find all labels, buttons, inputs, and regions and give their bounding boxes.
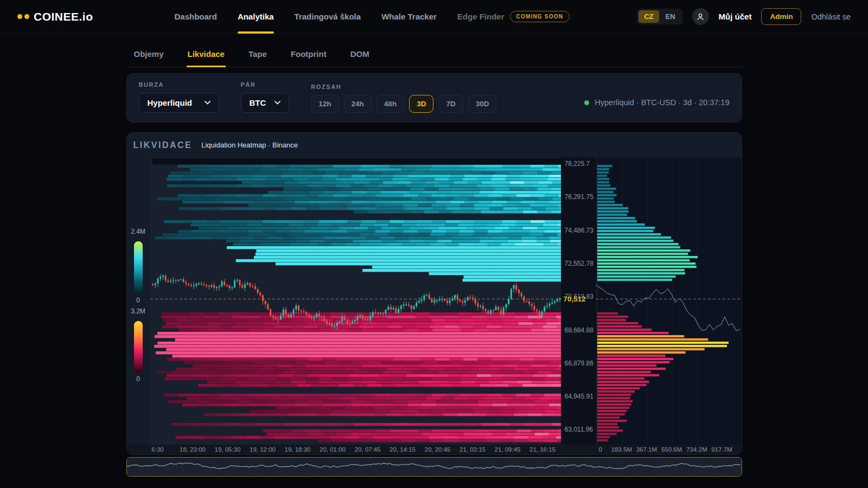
live-status-icon [584, 100, 589, 105]
exchange-select[interactable]: Hyperliquid [139, 93, 219, 113]
volume-tick: 0 [599, 446, 602, 453]
tab-objemy[interactable]: Objemy [133, 41, 165, 67]
range-7d-button[interactable]: 7D [438, 95, 463, 113]
nav-item-dashboard[interactable]: Dashboard [175, 0, 217, 34]
price-tick: 68,684.88 [565, 326, 593, 334]
price-tick: 72,552.78 [565, 260, 593, 267]
time-tick: 21, 03:15 [459, 446, 486, 453]
shorts-scale-min-label: 0 [127, 297, 150, 304]
price-tick: 64,945.91 [565, 393, 593, 400]
nav-item-edge-finder: Edge Finder COMING SOON [457, 0, 570, 34]
time-tick: 6:30 [151, 446, 163, 453]
range-3d-button[interactable]: 3D [409, 95, 433, 113]
time-tick: 21, 09:45 [495, 446, 521, 453]
volume-tick: 367.1M [636, 446, 657, 453]
user-avatar[interactable] [692, 8, 709, 25]
navigator-canvas[interactable] [127, 458, 742, 476]
volume-tick: 917.7M [711, 446, 732, 453]
brand-name: COINEE.io [34, 10, 93, 23]
range-24h-button[interactable]: 24h [344, 95, 372, 113]
lang-cz-button[interactable]: CZ [639, 10, 659, 23]
volume-tick: 550.6M [661, 446, 682, 453]
content: Objemy Likvidace Tape Footprint DOM BURZ… [126, 41, 742, 477]
current-price-label: 70,512 [564, 295, 586, 303]
liquidation-heatmap-canvas[interactable] [150, 157, 561, 445]
time-tick: 18, 23:00 [180, 446, 206, 453]
price-axis[interactable]: 78,225.776,291.7574,486.7372,552.7870,61… [561, 157, 596, 445]
price-tick: 78,225.7 [565, 160, 590, 168]
panel-header: LIKVIDACE Liquidation Heatmap · Binance [127, 133, 742, 157]
shorts-colorbar [134, 241, 143, 294]
price-tick: 63,011.96 [565, 426, 593, 433]
exchange-value: Hyperliquid [148, 98, 193, 107]
tab-footprint[interactable]: Footprint [290, 41, 328, 67]
time-tick: 20, 20:45 [425, 446, 451, 453]
pair-label: PÁR [241, 81, 290, 88]
longs-colorbar [134, 321, 143, 373]
time-tick: 21, 16:15 [529, 446, 556, 453]
admin-button[interactable]: Admin [761, 8, 801, 25]
nav-right: CZ EN Můj účet Admin Odhlásit se [637, 8, 851, 25]
range-30d-button[interactable]: 30D [468, 95, 497, 113]
page: COINEE.io Dashboard Analytika Tradingová… [0, 0, 868, 488]
shorts-scale-max-label: 2.4M [127, 228, 150, 235]
time-tick: 20, 01:00 [320, 446, 346, 453]
liquidation-panel: LIKVIDACE Liquidation Heatmap · Binance … [126, 132, 742, 455]
exchange-group: BURZA Hyperliquid [139, 81, 219, 113]
longs-scale-min-label: 0 [127, 375, 150, 383]
panel-subtitle: Liquidation Heatmap · Binance [201, 141, 298, 149]
chart-navigator[interactable] [126, 457, 742, 477]
pair-group: PÁR BTC [241, 81, 290, 113]
time-tick: 19, 05:30 [215, 446, 241, 453]
coming-soon-badge: COMING SOON [510, 11, 570, 22]
filter-card: BURZA Hyperliquid PÁR BTC ROZS [126, 73, 742, 123]
volume-tick: 734.2M [686, 446, 707, 453]
language-toggle: CZ EN [637, 9, 682, 24]
nav-item-analytika[interactable]: Analytika [238, 0, 274, 34]
feed-status: Hyperliquid · BTC-USD · 3d · 20:37:19 [584, 98, 729, 113]
lang-en-button[interactable]: EN [660, 10, 681, 23]
pair-select[interactable]: BTC [241, 93, 290, 113]
volume-tick: 183.5M [611, 446, 632, 453]
range-12h-button[interactable]: 12h [311, 95, 339, 113]
analytics-tabs: Objemy Likvidace Tape Footprint DOM [126, 41, 742, 67]
pair-value: BTC [250, 98, 266, 107]
chevron-down-icon [275, 101, 280, 105]
time-tick: 19, 12:00 [250, 446, 276, 453]
chart-body: 2.4M 0 3.2M 0 78,225.776,291.7574,486.73… [127, 157, 742, 445]
tab-dom[interactable]: DOM [349, 41, 371, 67]
time-tick: 20, 07:45 [355, 446, 381, 453]
user-icon [696, 12, 705, 21]
chevron-down-icon [205, 101, 210, 105]
range-group: ROZSAH 12h 24h 48h 3D 7D 30D [311, 84, 496, 113]
time-axis: 6:3018, 23:0019, 05:3019, 12:0019, 18:30… [127, 445, 742, 454]
main-nav: Dashboard Analytika Tradingová škola Wha… [175, 0, 570, 34]
range-48h-button[interactable]: 48h [376, 95, 404, 113]
tab-tape[interactable]: Tape [247, 41, 268, 67]
price-tick: 66,879.86 [565, 359, 593, 367]
feed-status-text: Hyperliquid · BTC-USD · 3d · 20:37:19 [595, 98, 729, 107]
panel-title: LIKVIDACE [133, 140, 193, 150]
logo-dots-icon [17, 14, 29, 19]
range-buttons: 12h 24h 48h 3D 7D 30D [311, 95, 496, 113]
price-tick: 76,291.75 [565, 193, 593, 201]
brand-logo[interactable]: COINEE.io [17, 10, 93, 23]
longs-scale-max-label: 3.2M [127, 307, 150, 315]
liquidation-profile-canvas[interactable] [596, 157, 742, 445]
time-tick: 20, 14:15 [390, 446, 416, 453]
nav-item-tradingova-skola[interactable]: Tradingová škola [295, 0, 361, 34]
tab-likvidace[interactable]: Likvidace [187, 41, 226, 67]
exchange-label: BURZA [139, 81, 219, 88]
account-label[interactable]: Můj účet [719, 12, 752, 21]
price-tick: 74,486.73 [565, 227, 593, 234]
range-label: ROZSAH [311, 84, 496, 90]
time-tick: 19, 18:30 [285, 446, 311, 453]
logout-link[interactable]: Odhlásit se [811, 12, 851, 21]
top-nav: COINEE.io Dashboard Analytika Tradingová… [0, 0, 868, 34]
nav-item-whale-tracker[interactable]: Whale Tracker [381, 0, 437, 34]
